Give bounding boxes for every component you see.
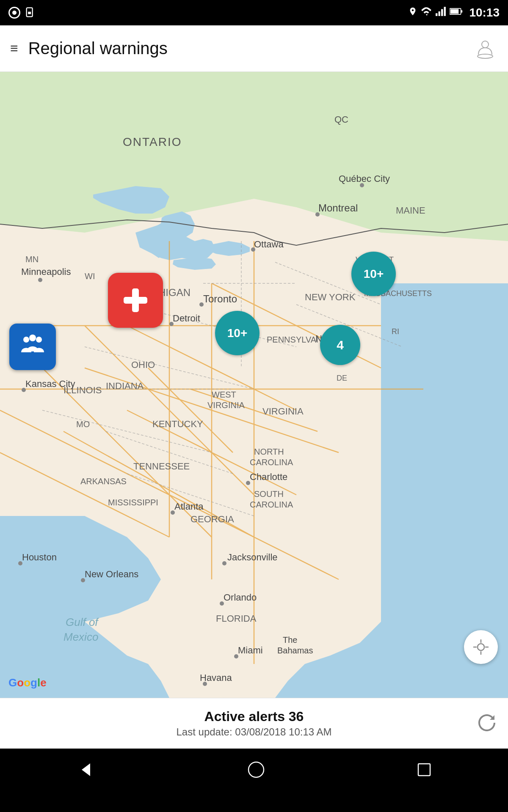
record-icon	[8, 7, 20, 19]
cluster-label-2: 10+	[364, 267, 384, 281]
svg-text:INDIANA: INDIANA	[106, 381, 144, 391]
svg-text:VIRGINIA: VIRGINIA	[207, 401, 245, 410]
svg-point-64	[169, 322, 174, 326]
svg-text:RI: RI	[392, 327, 399, 336]
svg-text:GEORGIA: GEORGIA	[190, 514, 234, 524]
location-icon	[408, 7, 417, 19]
svg-text:Havana: Havana	[200, 672, 232, 683]
svg-point-56	[360, 183, 364, 187]
svg-text:Minneapolis: Minneapolis	[21, 266, 71, 277]
location-button[interactable]	[464, 630, 498, 664]
svg-marker-114	[82, 763, 90, 776]
svg-text:VIRGINIA: VIRGINIA	[262, 406, 304, 417]
svg-rect-2	[436, 13, 437, 16]
svg-point-100	[22, 388, 26, 392]
svg-text:FLORIDA: FLORIDA	[216, 613, 257, 624]
top-bar: ≡ Regional warnings	[0, 25, 508, 72]
refresh-button[interactable]	[476, 712, 498, 735]
person-location-icon[interactable]	[472, 36, 498, 61]
svg-text:Miami: Miami	[238, 645, 263, 656]
svg-text:KENTUCKY: KENTUCKY	[152, 419, 203, 429]
navigation-bar	[0, 749, 508, 791]
svg-text:MAINE: MAINE	[396, 205, 425, 216]
svg-text:Gulf of: Gulf of	[66, 616, 99, 628]
svg-text:CAROLINA: CAROLINA	[250, 458, 293, 467]
svg-point-109	[478, 644, 484, 650]
svg-point-95	[18, 561, 22, 565]
svg-text:The: The	[283, 635, 297, 645]
svg-text:Jacksonville: Jacksonville	[227, 552, 278, 562]
map-view[interactable]: ONTARIO QC MN Minneapolis WI IA ILLINOIS…	[0, 72, 508, 698]
svg-point-42	[38, 278, 42, 282]
cluster-label-1: 10+	[227, 326, 248, 340]
battery-icon	[450, 7, 463, 19]
bottom-info-bar: Active alerts 36 Last update: 03/08/2018…	[0, 698, 508, 749]
svg-text:NORTH: NORTH	[254, 447, 284, 456]
cluster-marker-3[interactable]: 4	[320, 325, 360, 365]
svg-point-87	[234, 654, 238, 658]
svg-text:SOUTH: SOUTH	[254, 489, 284, 499]
signal-icon	[435, 7, 446, 19]
svg-point-107	[36, 337, 42, 343]
svg-rect-4	[441, 9, 443, 16]
svg-point-76	[171, 510, 175, 515]
cluster-marker-1[interactable]: 10+	[215, 311, 260, 355]
svg-text:ARKANSAS: ARKANSAS	[80, 477, 127, 486]
people-group-marker[interactable]	[9, 324, 56, 370]
svg-point-106	[23, 337, 29, 343]
recent-apps-button[interactable]	[416, 761, 433, 778]
back-button[interactable]	[75, 759, 97, 780]
last-update-text: Last update: 03/08/2018 10:13 AM	[177, 726, 332, 738]
svg-rect-7	[461, 10, 463, 12]
svg-text:CAROLINA: CAROLINA	[250, 500, 293, 509]
svg-text:Québec City: Québec City	[339, 173, 390, 184]
svg-text:Toronto: Toronto	[203, 293, 237, 304]
svg-text:QC: QC	[334, 114, 348, 125]
svg-rect-116	[418, 764, 430, 776]
svg-text:ONTARIO: ONTARIO	[123, 135, 182, 148]
medical-alert-marker[interactable]	[108, 273, 163, 328]
svg-text:MISSISSIPPI: MISSISSIPPI	[108, 498, 158, 507]
svg-text:TENNESSEE: TENNESSEE	[133, 461, 190, 472]
svg-rect-5	[444, 7, 446, 16]
svg-point-50	[199, 302, 204, 307]
svg-text:Detroit: Detroit	[173, 313, 200, 324]
svg-point-115	[248, 762, 264, 777]
svg-text:MO: MO	[76, 420, 90, 429]
svg-text:Mexico: Mexico	[64, 631, 98, 643]
svg-rect-3	[439, 11, 440, 16]
svg-text:Houston: Houston	[22, 552, 57, 562]
menu-icon[interactable]: ≡	[10, 41, 18, 56]
google-logo: Google	[8, 676, 47, 689]
svg-text:WI: WI	[85, 272, 95, 281]
svg-point-82	[222, 561, 226, 565]
svg-text:WEST: WEST	[212, 390, 236, 399]
svg-point-78	[246, 481, 250, 485]
sim-icon	[25, 7, 36, 19]
svg-point-52	[251, 247, 255, 252]
active-alerts-count: Active alerts 36	[204, 709, 304, 724]
cluster-label-3: 4	[337, 338, 344, 352]
page-title: Regional warnings	[28, 39, 472, 58]
svg-text:MN: MN	[25, 255, 39, 264]
svg-rect-105	[124, 297, 147, 304]
svg-text:Bahamas: Bahamas	[277, 646, 313, 655]
wifi-icon	[421, 7, 432, 19]
svg-text:Atlanta: Atlanta	[174, 501, 204, 512]
svg-text:Ottawa: Ottawa	[254, 239, 284, 250]
svg-point-108	[29, 335, 36, 341]
svg-point-10	[482, 41, 489, 48]
svg-rect-1	[28, 12, 31, 14]
cluster-marker-2[interactable]: 10+	[351, 252, 396, 296]
svg-text:OHIO: OHIO	[131, 359, 155, 370]
home-button[interactable]	[247, 760, 265, 779]
svg-text:NEW YORK: NEW YORK	[305, 292, 356, 302]
time-display: 10:13	[469, 6, 500, 19]
svg-text:DE: DE	[337, 374, 347, 382]
svg-text:Orlando: Orlando	[224, 592, 257, 603]
svg-point-84	[220, 601, 224, 606]
svg-text:Montreal: Montreal	[318, 202, 358, 214]
svg-point-9	[478, 54, 493, 58]
svg-point-97	[81, 578, 85, 582]
svg-point-54	[315, 212, 320, 217]
